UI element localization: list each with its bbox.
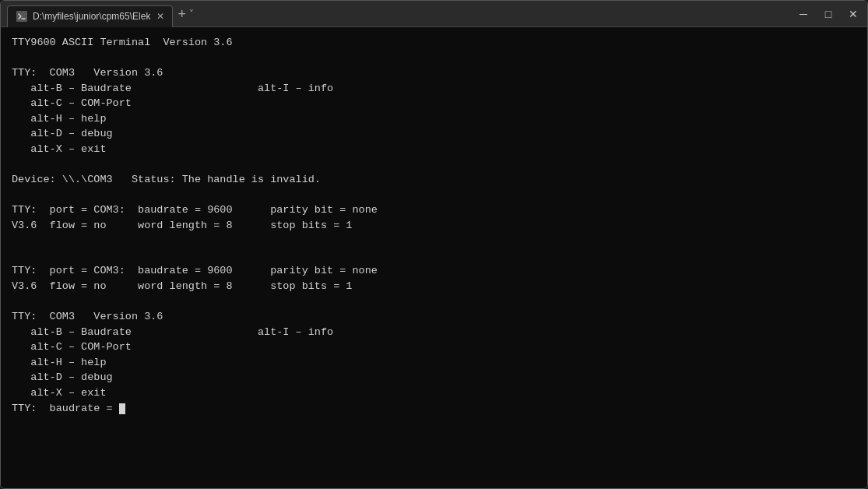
titlebar: D:\myfiles\junior\cpm65\Elek ✕ + ˅ ─ □ ✕ (1, 1, 867, 27)
tab-area: D:\myfiles\junior\cpm65\Elek ✕ + ˅ (7, 1, 796, 27)
new-tab-button[interactable]: + (177, 7, 186, 21)
window-controls: ─ □ ✕ (796, 9, 861, 19)
tab-icon (16, 10, 28, 23)
terminal-cursor (119, 403, 125, 414)
active-tab[interactable]: D:\myfiles\junior\cpm65\Elek ✕ (7, 5, 173, 27)
svg-rect-0 (16, 11, 27, 22)
tab-close-button[interactable]: ✕ (156, 12, 164, 21)
close-button[interactable]: ✕ (845, 9, 861, 19)
main-window: D:\myfiles\junior\cpm65\Elek ✕ + ˅ ─ □ ✕… (0, 0, 868, 489)
tab-title: D:\myfiles\junior\cpm65\Elek (33, 11, 150, 22)
tab-dropdown-button[interactable]: ˅ (189, 9, 194, 19)
maximize-button[interactable]: □ (821, 9, 836, 19)
minimize-button[interactable]: ─ (796, 9, 811, 19)
terminal-output[interactable]: TTY9600 ASCII Terminal Version 3.6 TTY: … (1, 27, 867, 488)
